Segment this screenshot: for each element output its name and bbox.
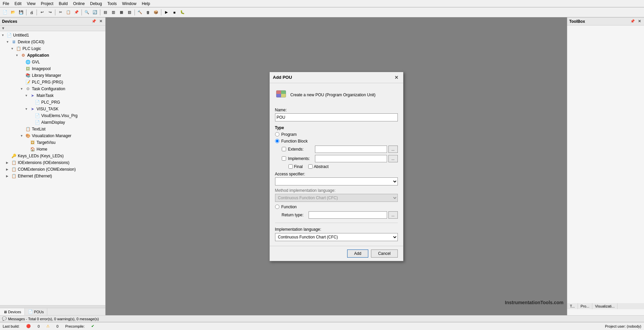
- panel-scrollbar[interactable]: [0, 305, 105, 308]
- abstract-label[interactable]: Abstract: [308, 164, 329, 169]
- panel-close-btn[interactable]: ✕: [98, 19, 103, 24]
- radio-function-block[interactable]: [275, 139, 279, 143]
- toolbar-save[interactable]: 💾: [17, 9, 25, 16]
- tree-item-comext[interactable]: ▶ 📋 COMExtension (COMExtension): [1, 166, 105, 173]
- menu-tools[interactable]: Tools: [105, 1, 119, 7]
- tree-item-imagepool[interactable]: ▶ 🖼 Imagepool: [1, 65, 105, 72]
- right-panel-pin-btn[interactable]: 📌: [629, 19, 636, 24]
- expand-application[interactable]: ▼: [15, 54, 20, 57]
- tree-item-plclogic[interactable]: ▼ 📋 PLC Logic: [1, 45, 105, 52]
- expand-ioext[interactable]: ▶: [6, 161, 11, 164]
- expand-comext[interactable]: ▶: [6, 168, 11, 171]
- expand-vismanager[interactable]: ▼: [20, 134, 25, 138]
- expand-plclogic[interactable]: ▼: [11, 47, 15, 50]
- menu-project[interactable]: Project: [38, 1, 56, 7]
- return-type-browse-btn[interactable]: ...: [388, 211, 398, 219]
- right-tab-pro[interactable]: Pro...: [578, 303, 592, 309]
- tree-item-ioext[interactable]: ▶ 📋 IOExtensions (IOExtensions): [1, 159, 105, 166]
- toolbar-btn2[interactable]: ▥: [110, 9, 117, 16]
- abstract-checkbox[interactable]: [308, 164, 313, 169]
- implements-checkbox[interactable]: [282, 156, 286, 161]
- extends-input[interactable]: [315, 146, 387, 153]
- tree-item-vismanager[interactable]: ▼ 🎨 Visualization Manager: [1, 132, 105, 139]
- implements-input[interactable]: [315, 155, 387, 162]
- toolbar-debug[interactable]: 🐛: [179, 9, 186, 16]
- tree-item-keysleds[interactable]: ▶ 🔑 Keys_LEDs (Keys_LEDs): [1, 153, 105, 159]
- toolbar-btn1[interactable]: ▤: [102, 9, 109, 16]
- cancel-button[interactable]: Cancel: [371, 250, 397, 258]
- tree-item-untitled1[interactable]: ▼ 📄 Untitled1: [1, 32, 105, 39]
- tree-item-plcprg[interactable]: ▶ 📝 PLC_PRG (PRG): [1, 79, 105, 86]
- panel-pin-btn[interactable]: 📌: [91, 19, 97, 24]
- implements-browse-btn[interactable]: ...: [388, 155, 398, 162]
- tree-item-visuelems[interactable]: ▶ 📄 VisuElems.Visu_Prg: [1, 112, 105, 119]
- toolbar-stop[interactable]: ■: [171, 9, 178, 16]
- tab-devices[interactable]: 🖥 Devices: [0, 308, 25, 315]
- tree-item-device[interactable]: ▼ 🖥 Device (GC43): [1, 39, 105, 45]
- add-button[interactable]: Add: [347, 250, 368, 258]
- extends-label[interactable]: Extends:: [288, 147, 315, 152]
- expand-taskconfig[interactable]: ▼: [20, 87, 25, 91]
- toolbar-cut[interactable]: ✂: [57, 9, 64, 16]
- toolbar-btn4[interactable]: ▧: [126, 9, 133, 16]
- extends-browse-btn[interactable]: ...: [388, 146, 398, 153]
- radio-program[interactable]: [275, 132, 279, 136]
- right-panel-close-btn[interactable]: ✕: [637, 19, 642, 24]
- menu-debug[interactable]: Debug: [88, 1, 105, 7]
- final-label[interactable]: Final: [288, 164, 303, 169]
- access-specifier-select[interactable]: [275, 177, 398, 185]
- tree-item-home[interactable]: ▶ 🏠 Home: [1, 146, 105, 153]
- toolbar-new[interactable]: 📄: [1, 9, 9, 16]
- toolbar-deploy[interactable]: 📦: [152, 9, 160, 16]
- tree-item-ethernet[interactable]: ▶ 📋 Ethernet (Ethernet): [1, 173, 105, 179]
- toolbar-clean[interactable]: 🗑: [144, 9, 152, 16]
- expand-visutask[interactable]: ▼: [25, 107, 30, 111]
- toolbar-run[interactable]: ▶: [163, 9, 170, 16]
- toolbar-open[interactable]: 📂: [9, 9, 17, 16]
- tree-item-library-manager[interactable]: ▶ 📚 Library Manager: [1, 72, 105, 79]
- dialog-close-btn[interactable]: ✕: [393, 74, 400, 81]
- menu-build[interactable]: Build: [56, 1, 70, 7]
- implements-label[interactable]: Implements:: [288, 156, 315, 161]
- extends-checkbox[interactable]: [282, 147, 286, 151]
- expand-untitled1[interactable]: ▼: [1, 34, 6, 37]
- toolbar-replace[interactable]: 🔄: [91, 9, 99, 16]
- toolbar-undo[interactable]: ↩: [38, 9, 46, 16]
- toolbar-copy[interactable]: 📋: [65, 9, 72, 16]
- radio-function-label[interactable]: Function: [281, 205, 297, 209]
- toolbar-btn3[interactable]: ▦: [118, 9, 125, 16]
- expand-ethernet[interactable]: ▶: [6, 174, 11, 178]
- tree-item-alarmdisplay[interactable]: ▶ 📄 AlarmDisplay: [1, 119, 105, 126]
- expand-maintask[interactable]: ▼: [25, 94, 30, 97]
- expand-device[interactable]: ▼: [6, 40, 11, 44]
- tree-item-maintask[interactable]: ▼ ➤ MainTask: [1, 92, 105, 99]
- toolbar-paste[interactable]: 📌: [73, 9, 80, 16]
- right-tab-t[interactable]: T...: [567, 303, 578, 309]
- toolbar-redo[interactable]: ↪: [46, 9, 54, 16]
- tree-item-visutask[interactable]: ▼ ➤ VISU_TASK: [1, 106, 105, 112]
- tab-pous[interactable]: 📄 POUs: [25, 308, 47, 315]
- menu-window[interactable]: Window: [119, 1, 139, 7]
- toolbar-print[interactable]: 🖨: [28, 9, 35, 16]
- impl-lang-select[interactable]: Continuous Function Chart (CFC) Structur…: [275, 233, 398, 241]
- name-input[interactable]: [275, 113, 398, 121]
- final-checkbox[interactable]: [288, 164, 293, 169]
- tree-item-application[interactable]: ▼ ⚙ Application: [1, 52, 105, 59]
- return-type-input[interactable]: [309, 211, 387, 219]
- menu-help[interactable]: Help: [139, 1, 153, 7]
- menu-online[interactable]: Online: [70, 1, 88, 7]
- right-tab-visu[interactable]: Visualizati...: [592, 303, 618, 309]
- menu-view[interactable]: View: [24, 1, 38, 7]
- tree-item-textlist[interactable]: ▶ 📋 TextList: [1, 126, 105, 132]
- tree-item-targetvisu[interactable]: ▶ 🖼 TargetVisu: [1, 139, 105, 146]
- tree-item-plcprg2[interactable]: ▶ 📄 PLC_PRG: [1, 99, 105, 106]
- radio-fb-label[interactable]: Function Block: [281, 139, 308, 144]
- radio-program-label[interactable]: Program: [281, 132, 297, 137]
- tree-scroll-btn[interactable]: ▼: [1, 26, 5, 30]
- toolbar-find[interactable]: 🔍: [83, 9, 91, 16]
- toolbar-build[interactable]: 🔨: [136, 9, 144, 16]
- menu-file[interactable]: File: [0, 1, 12, 7]
- menu-edit[interactable]: Edit: [12, 1, 24, 7]
- tree-item-gvl[interactable]: ▶ 🌐 GVL: [1, 59, 105, 65]
- radio-function[interactable]: [275, 205, 279, 209]
